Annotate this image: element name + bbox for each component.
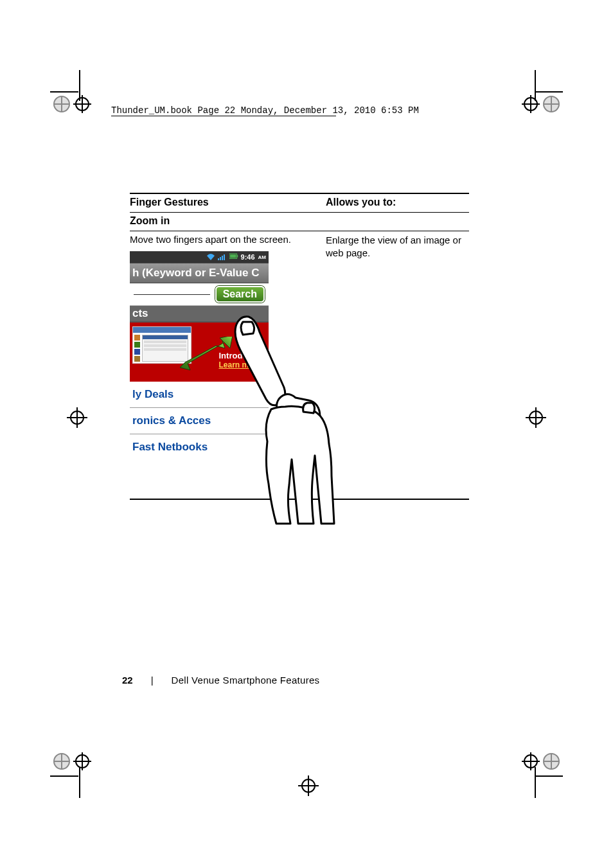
cts-row: cts bbox=[130, 306, 269, 323]
battery-icon bbox=[229, 253, 238, 261]
trim-tick bbox=[535, 775, 563, 777]
page-footer: 22 | Dell Venue Smartphone Features bbox=[122, 675, 319, 686]
gesture-instruction: Move two fingers apart on the screen. bbox=[130, 234, 326, 245]
running-head-underline bbox=[111, 116, 336, 116]
status-bar: 9:46AM bbox=[130, 251, 269, 263]
trim-tick bbox=[535, 91, 563, 93]
svg-rect-11 bbox=[218, 258, 219, 260]
link-netbooks[interactable]: Fast Netbooks bbox=[130, 434, 269, 460]
trim-tick bbox=[535, 70, 536, 101]
registration-mark-bc bbox=[296, 773, 321, 801]
section-title: Zoom in bbox=[130, 213, 469, 231]
svg-rect-13 bbox=[222, 256, 223, 260]
svg-rect-17 bbox=[236, 255, 238, 257]
svg-rect-12 bbox=[220, 257, 221, 260]
search-row: Search bbox=[130, 283, 269, 306]
trim-tick bbox=[535, 767, 536, 798]
wifi-icon bbox=[206, 253, 215, 261]
registration-mark-tl bbox=[53, 95, 91, 136]
svg-rect-14 bbox=[224, 254, 225, 260]
search-header-text: h (Keyword or E-Value C bbox=[130, 263, 269, 283]
link-deals[interactable]: ly Deals bbox=[130, 382, 269, 408]
zoom-arrow-icon bbox=[175, 337, 233, 373]
trim-tick bbox=[50, 775, 78, 777]
registration-mark-mr bbox=[523, 405, 549, 433]
ad-banner: Introducing Learn more bbox=[130, 323, 269, 382]
page-number: 22 bbox=[122, 675, 133, 686]
search-input[interactable] bbox=[134, 294, 210, 295]
signal-icon bbox=[218, 253, 227, 261]
status-ampm: AM bbox=[258, 254, 266, 260]
trim-tick bbox=[79, 767, 80, 798]
trim-tick bbox=[79, 70, 80, 101]
table-header-left: Finger Gestures bbox=[130, 197, 326, 208]
zoom-illustration: 9:46AM h (Keyword or E-Value C Search ct… bbox=[130, 251, 269, 460]
registration-mark-ml bbox=[64, 405, 90, 433]
link-electronics[interactable]: ronics & Acces bbox=[130, 408, 269, 434]
svg-rect-16 bbox=[230, 254, 236, 258]
registration-mark-br bbox=[522, 732, 560, 773]
registration-mark-bl bbox=[53, 732, 91, 773]
trim-tick bbox=[50, 91, 78, 93]
rule bbox=[130, 499, 469, 500]
registration-mark-tr bbox=[522, 95, 560, 136]
running-head: Thunder_UM.book Page 22 Monday, December… bbox=[111, 105, 419, 116]
search-button[interactable]: Search bbox=[215, 286, 265, 303]
table-row: Move two fingers apart on the screen. 9:… bbox=[130, 231, 469, 460]
footer-separator: | bbox=[151, 675, 154, 686]
table-header-right: Allows you to: bbox=[326, 197, 469, 208]
gesture-result: Enlarge the view of an image or web page… bbox=[326, 234, 469, 460]
content-area: Finger Gestures Allows you to: Zoom in M… bbox=[130, 193, 469, 500]
chapter-title: Dell Venue Smartphone Features bbox=[172, 675, 320, 686]
table-header-row: Finger Gestures Allows you to: bbox=[130, 194, 469, 212]
status-time: 9:46 bbox=[241, 253, 255, 261]
